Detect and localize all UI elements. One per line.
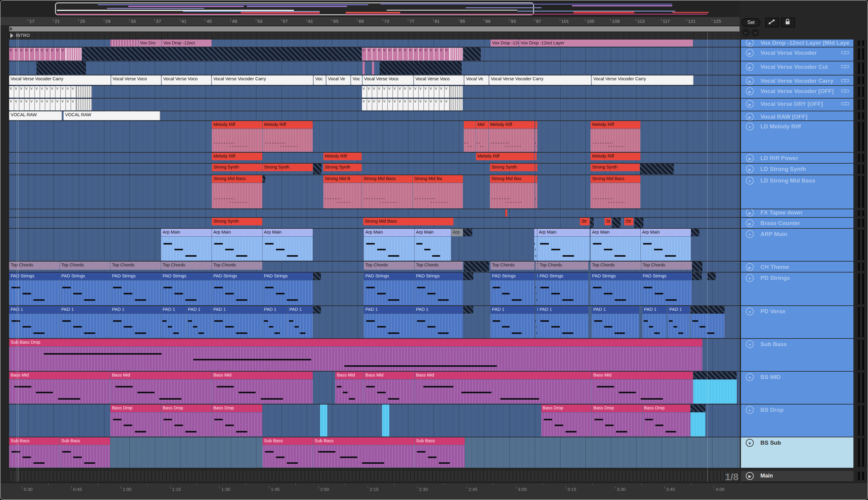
play-icon[interactable]: ▶ <box>746 154 754 162</box>
clip[interactable]: PAD 1 <box>161 306 186 314</box>
playhead-line[interactable] <box>18 32 19 482</box>
track-header-bs-sub[interactable]: ▼BS Sub <box>741 438 853 468</box>
clip-body[interactable] <box>313 445 414 467</box>
nav-back-button[interactable]: ← <box>742 29 750 36</box>
clip-body[interactable] <box>490 183 535 208</box>
clip[interactable]: PAD Strings <box>364 273 414 280</box>
clip-body[interactable] <box>413 183 463 208</box>
expand-icon[interactable]: ▼ <box>746 274 754 282</box>
clip-body[interactable] <box>590 281 641 305</box>
expand-icon[interactable]: ▼ <box>746 307 754 315</box>
clip[interactable] <box>382 405 389 436</box>
clip[interactable]: Sub Bass <box>313 438 414 445</box>
track-header-vocal-verse-vocoder-off[interactable]: ▶Vocal Verse Vocoder [OFF] <box>741 86 853 98</box>
clip[interactable]: Strong Synth <box>262 163 313 171</box>
clip[interactable]: Strong Mid Bas <box>490 175 535 183</box>
clip[interactable]: PAD 1 <box>262 306 288 314</box>
clip[interactable]: Melody Riff <box>476 153 534 160</box>
clip[interactable]: Vocal Ve <box>326 76 351 85</box>
track-lane-vox-drop-12oct-layer-mid-laye[interactable]: Vox DroVox Drop -12octVox Drop -12oVox D… <box>9 39 740 47</box>
track-lane-vocal-verse-vocoder-carry[interactable]: Vocal Verse Vocoder CarryVocal Verse Voc… <box>9 76 740 85</box>
clip[interactable]: Vocal Verse Vocoder Carry <box>212 76 314 85</box>
clip-body[interactable] <box>641 281 692 305</box>
clip[interactable]: Arp Main <box>641 229 691 236</box>
clip-body[interactable] <box>592 412 642 436</box>
track-lane-ld-melody-riff[interactable]: Melody RiffMelody RiffMelMelody RiffMelo… <box>9 121 740 152</box>
clip[interactable]: Voc <box>351 76 362 85</box>
clip-body[interactable] <box>491 314 535 338</box>
clip[interactable]: PAD Strings <box>262 273 313 280</box>
clip[interactable]: Melody Riff <box>212 121 262 129</box>
track-header-vox-drop-12oct-layer-mid-laye[interactable]: ▶Vox Drop -12oct Layer [Mid Laye <box>741 39 853 47</box>
clip[interactable]: Strong Synth <box>490 163 535 171</box>
clip[interactable]: VVVVVVVVVVVVV <box>9 86 92 98</box>
clip-body[interactable] <box>60 314 110 338</box>
clip[interactable]: Arp Main <box>262 229 313 236</box>
clip[interactable]: Vocal Ve <box>465 76 489 85</box>
track-lane-pd-strings[interactable]: PAD StringsPAD StringsPAD StringsPAD Str… <box>9 273 740 305</box>
clip[interactable]: PAD Strings <box>212 273 262 280</box>
clip[interactable]: Vocal Verse Vocoder Carry <box>592 76 694 85</box>
clip[interactable]: Strong Synth <box>212 218 262 225</box>
clip-body[interactable] <box>536 314 538 338</box>
clip-body[interactable] <box>668 314 690 338</box>
clip[interactable]: P <box>536 273 538 280</box>
clip[interactable]: PAD Strings <box>60 273 110 280</box>
expand-icon[interactable]: ▼ <box>746 123 754 130</box>
clip[interactable]: Vox Drop -12o <box>491 39 519 47</box>
clip[interactable] <box>590 218 594 228</box>
clip[interactable]: Strong Synth <box>324 163 362 171</box>
clip-body[interactable] <box>590 129 640 152</box>
clip[interactable] <box>379 61 462 75</box>
clip[interactable]: Vocal Verse Voco <box>162 76 212 85</box>
clip[interactable]: Top Chords <box>110 262 161 270</box>
clip[interactable] <box>110 39 138 47</box>
clip-body[interactable] <box>536 281 538 305</box>
clip[interactable] <box>363 61 365 75</box>
clip[interactable]: Bass Drop <box>212 405 262 412</box>
clip[interactable]: Bass Drop <box>541 405 592 412</box>
play-icon[interactable]: ▶ <box>746 39 754 47</box>
clip[interactable]: Arp <box>451 229 463 236</box>
clip[interactable] <box>313 273 321 280</box>
nav-forward-button[interactable]: → <box>751 29 759 36</box>
track-header-vocal-verse-dry-off[interactable]: ▶Vocal Verse DRY [OFF] <box>741 99 853 111</box>
clip[interactable] <box>36 61 86 75</box>
clip[interactable]: Bass Drop <box>643 405 690 412</box>
time-ruler[interactable]: 1.00x H W 0:300:451:001:151:301:452:002:… <box>1 482 868 500</box>
clip[interactable]: Bass Mid <box>414 372 592 379</box>
lock-button[interactable] <box>781 18 795 27</box>
track-header-sub-bass[interactable]: ▼Sub Bass <box>741 339 853 371</box>
track-lane-ch-theme[interactable]: Top ChordsTop ChordsTop ChordsTop Chords… <box>9 262 740 272</box>
clip-body[interactable] <box>324 183 362 208</box>
clip[interactable]: Vox Dro <box>138 39 161 47</box>
clip[interactable]: Sub Bass <box>414 438 465 445</box>
link-icon[interactable] <box>841 50 849 55</box>
clip[interactable]: Bass Mid <box>9 372 110 379</box>
clip-body[interactable] <box>9 347 702 371</box>
clip-body[interactable] <box>364 237 414 261</box>
clip[interactable]: PAD 1 <box>414 306 463 314</box>
clip[interactable]: Top Chords <box>364 262 414 270</box>
clip-body[interactable] <box>538 314 588 338</box>
clip[interactable]: VOCAL RAW <box>63 111 160 120</box>
track-lane-ld-strong-synth[interactable]: Strong SynthStrong SynthStrong SynthStro… <box>9 163 740 174</box>
clip[interactable]: Strong Synth <box>212 163 262 171</box>
clip[interactable] <box>707 273 716 280</box>
loop-start-marker[interactable] <box>17 32 17 482</box>
clip[interactable]: PAD 1 <box>110 306 161 314</box>
set-button[interactable]: Set <box>741 18 760 27</box>
clip[interactable] <box>463 273 473 280</box>
track-header-vocal-verse-vocoder[interactable]: ▶Vocal Verse Vocoder <box>741 47 853 61</box>
play-icon[interactable]: ▶ <box>746 219 754 227</box>
clip[interactable]: T <box>536 262 538 270</box>
clip[interactable]: VVVVVVVVVVV <box>9 48 82 60</box>
track-header-fx-tapee-down[interactable]: ▶FX Tapee down <box>741 209 853 217</box>
clip[interactable]: Bass Drop <box>161 405 212 412</box>
play-icon[interactable]: ▶ <box>746 63 754 71</box>
clip[interactable]: Arp Main <box>161 229 212 236</box>
clip[interactable]: P <box>536 306 538 314</box>
track-header-ch-theme[interactable]: ▶CH Theme <box>741 262 853 272</box>
clip[interactable] <box>535 121 537 129</box>
clip[interactable]: Top Chords <box>641 262 692 270</box>
